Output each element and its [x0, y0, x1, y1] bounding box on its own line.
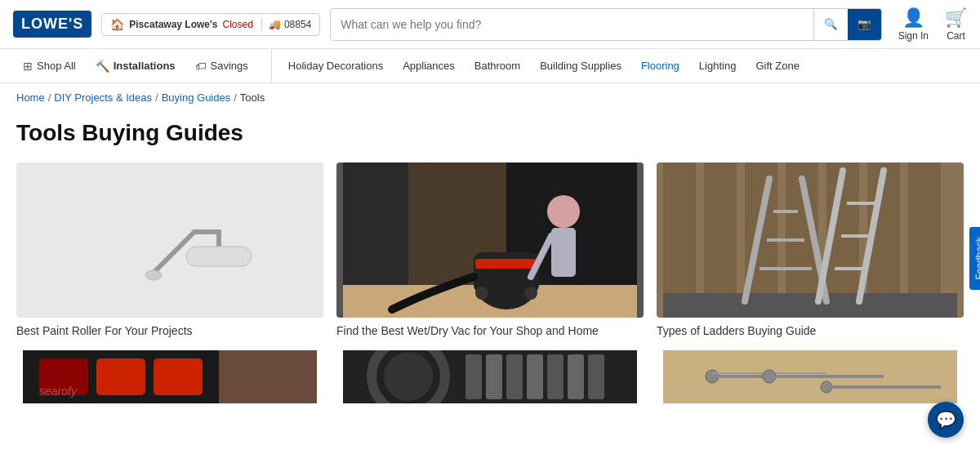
card-title-ladder: Types of Ladders Buying Guide	[657, 324, 964, 337]
breadcrumb: Home / DIY Projects & Ideas / Buying Gui…	[0, 83, 980, 112]
card-screws[interactable]	[657, 350, 964, 403]
user-icon: 👤	[902, 7, 924, 29]
hammer-icon: 🔨	[96, 60, 109, 73]
tools-illustration	[336, 350, 644, 403]
nav-bathroom[interactable]: Bathroom	[465, 49, 530, 83]
breadcrumb-diy[interactable]: DIY Projects & Ideas	[54, 91, 152, 104]
card-ladders[interactable]: Types of Ladders Buying Guide	[657, 162, 964, 337]
svg-point-12	[475, 287, 488, 300]
search-button[interactable]: 🔍	[813, 9, 848, 40]
nav-lighting[interactable]: Lighting	[689, 49, 746, 83]
camera-icon: 📷	[858, 18, 871, 30]
svg-rect-48	[527, 354, 543, 399]
card-tools[interactable]	[336, 350, 644, 403]
nav-gift-zone[interactable]: Gift Zone	[746, 49, 808, 83]
nav-primary: ⊞ Shop All 🔨 Installations 🏷 Savings	[13, 49, 272, 83]
breadcrumb-current: Tools	[240, 91, 265, 104]
nav-secondary: Holiday Decorations Appliances Bathroom …	[278, 49, 809, 83]
store-status: Closed	[223, 19, 253, 30]
breadcrumb-home[interactable]: Home	[16, 91, 45, 104]
feedback-button[interactable]: Feedback	[969, 227, 980, 290]
cart-icon: 🛒	[945, 7, 967, 29]
paint-roller-illustration	[88, 191, 252, 289]
svg-point-14	[547, 195, 580, 228]
nav-flooring[interactable]: Flooring	[631, 49, 689, 83]
card-image-drill: searofy	[16, 350, 323, 403]
logo[interactable]: LOWE'S	[13, 11, 91, 38]
card-image-vacuum	[336, 162, 644, 318]
store-selector[interactable]: 🏠 Piscataway Lowe's Closed 🚚 08854	[101, 13, 320, 36]
svg-rect-40	[219, 350, 317, 403]
page-title: Tools Buying Guides	[16, 120, 964, 146]
svg-rect-46	[486, 354, 502, 399]
svg-rect-3	[186, 247, 252, 266]
breadcrumb-buying-guides[interactable]: Buying Guides	[162, 91, 231, 104]
nav: ⊞ Shop All 🔨 Installations 🏷 Savings Hol…	[0, 49, 980, 83]
svg-rect-25	[663, 293, 957, 318]
svg-point-44	[384, 352, 433, 401]
screws-illustration	[657, 350, 964, 403]
nav-installations[interactable]: 🔨 Installations	[86, 49, 185, 83]
card-drill[interactable]: searofy	[16, 350, 323, 403]
truck-icon: 🚚	[269, 19, 281, 30]
drill-illustration: searofy	[16, 350, 323, 403]
nav-appliances[interactable]: Appliances	[393, 49, 465, 83]
store-zip: 🚚 08854	[261, 19, 311, 30]
svg-rect-51	[588, 354, 604, 399]
main-content: Tools Buying Guides Best Paint Roller Fo…	[0, 112, 980, 420]
tag-icon: 🏷	[195, 60, 207, 73]
card-image-screws	[657, 350, 964, 403]
svg-text:searofy: searofy	[39, 385, 78, 398]
svg-rect-50	[568, 354, 584, 399]
breadcrumb-sep-3: /	[234, 91, 237, 104]
ladder-illustration	[657, 162, 964, 318]
nav-building-supplies[interactable]: Building Supplies	[530, 49, 631, 83]
card-title-vacuum: Find the Best Wet/Dry Vac for Your Shop …	[336, 324, 644, 337]
breadcrumb-sep-1: /	[48, 91, 51, 104]
svg-rect-39	[154, 358, 203, 395]
cards-grid-bottom: searofy	[16, 350, 964, 403]
svg-point-13	[524, 287, 537, 300]
nav-holiday-decorations[interactable]: Holiday Decorations	[278, 49, 393, 83]
camera-search-button[interactable]: 📷	[848, 9, 881, 40]
header-actions: 👤 Sign In 🛒 Cart	[898, 7, 967, 42]
breadcrumb-sep-2: /	[155, 91, 158, 104]
search-bar: 🔍 📷	[330, 8, 881, 41]
card-image-paint-roller	[16, 162, 323, 318]
nav-shop-all[interactable]: ⊞ Shop All	[13, 49, 86, 83]
sign-in-button[interactable]: 👤 Sign In	[898, 7, 929, 42]
card-title-paint-roller: Best Paint Roller For Your Projects	[16, 324, 323, 337]
svg-rect-47	[506, 354, 523, 399]
svg-rect-38	[96, 358, 145, 395]
logo-text: LOWE'S	[21, 16, 83, 33]
nav-savings[interactable]: 🏷 Savings	[185, 49, 258, 83]
card-wet-dry-vac[interactable]: Find the Best Wet/Dry Vac for Your Shop …	[336, 162, 644, 337]
store-name: Piscataway Lowe's	[129, 19, 217, 30]
svg-rect-49	[547, 354, 564, 399]
chat-icon: 💬	[936, 410, 956, 420]
store-icon: 🏠	[110, 18, 124, 31]
svg-rect-45	[466, 354, 482, 399]
grid-icon: ⊞	[23, 60, 33, 73]
header: LOWE'S 🏠 Piscataway Lowe's Closed 🚚 0885…	[0, 0, 980, 49]
svg-point-4	[145, 270, 162, 280]
cart-button[interactable]: 🛒 Cart	[945, 7, 967, 42]
search-input[interactable]	[331, 18, 813, 31]
vacuum-illustration	[336, 162, 644, 318]
card-image-tools	[336, 350, 644, 403]
card-paint-roller[interactable]: Best Paint Roller For Your Projects	[16, 162, 323, 337]
svg-rect-15	[551, 228, 576, 277]
svg-rect-11	[475, 259, 537, 269]
cards-grid: Best Paint Roller For Your Projects	[16, 162, 964, 337]
search-icon: 🔍	[824, 18, 838, 30]
card-image-ladder	[657, 162, 964, 318]
